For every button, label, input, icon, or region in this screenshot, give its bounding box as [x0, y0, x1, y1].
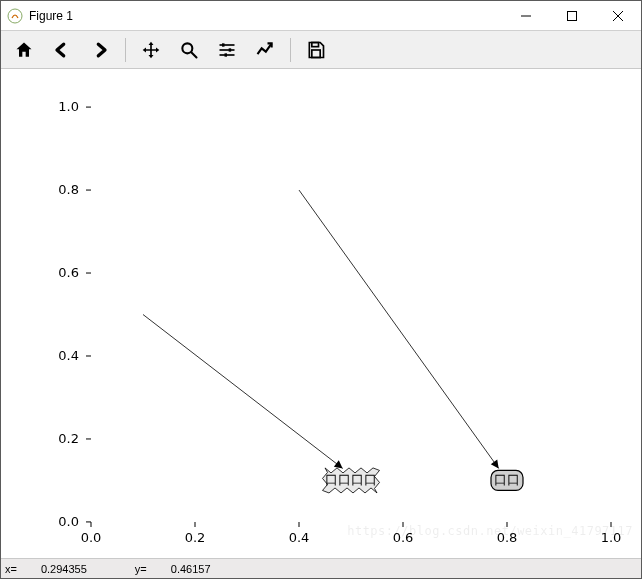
edit-axis-button[interactable] [247, 34, 283, 66]
svg-text:0.0: 0.0 [81, 530, 102, 545]
svg-rect-2 [568, 11, 577, 20]
svg-text:0.6: 0.6 [393, 530, 414, 545]
svg-rect-10 [222, 43, 225, 46]
toolbar-separator [125, 38, 126, 62]
svg-text:0.0: 0.0 [58, 514, 79, 529]
home-button[interactable] [6, 34, 42, 66]
svg-text:1.0: 1.0 [58, 99, 79, 114]
svg-rect-11 [229, 48, 232, 51]
status-x: x=0.294355 [5, 563, 111, 575]
window-title: Figure 1 [29, 9, 503, 23]
svg-line-6 [192, 52, 197, 57]
plot-canvas[interactable]: 0.00.20.40.60.81.00.00.20.40.60.81.0口口口口… [1, 69, 641, 558]
svg-rect-12 [225, 53, 228, 56]
svg-rect-14 [312, 50, 320, 58]
save-button[interactable] [298, 34, 334, 66]
close-button[interactable] [595, 1, 641, 30]
configure-button[interactable] [209, 34, 245, 66]
maximize-button[interactable] [549, 1, 595, 30]
svg-marker-45 [491, 460, 499, 469]
svg-line-44 [299, 190, 499, 468]
svg-text:0.8: 0.8 [58, 182, 79, 197]
zoom-button[interactable] [171, 34, 207, 66]
window-controls [503, 1, 641, 30]
svg-text:1.0: 1.0 [601, 530, 622, 545]
svg-text:口口口口: 口口口口 [325, 472, 377, 487]
pan-button[interactable] [133, 34, 169, 66]
svg-text:0.4: 0.4 [58, 348, 79, 363]
svg-text:0.4: 0.4 [289, 530, 310, 545]
svg-point-0 [8, 9, 22, 23]
svg-line-40 [143, 315, 343, 469]
status-y: y=0.46157 [135, 563, 235, 575]
title-bar: Figure 1 [1, 1, 641, 31]
svg-text:0.2: 0.2 [58, 431, 79, 446]
app-icon [7, 8, 23, 24]
toolbar [1, 31, 641, 69]
forward-button[interactable] [82, 34, 118, 66]
back-button[interactable] [44, 34, 80, 66]
status-bar: x=0.294355 y=0.46157 [1, 558, 641, 578]
svg-rect-13 [312, 42, 319, 46]
svg-text:0.2: 0.2 [185, 530, 206, 545]
svg-text:口口: 口口 [494, 472, 520, 487]
svg-text:0.6: 0.6 [58, 265, 79, 280]
minimize-button[interactable] [503, 1, 549, 30]
svg-marker-41 [334, 460, 343, 468]
toolbar-separator [290, 38, 291, 62]
svg-text:0.8: 0.8 [497, 530, 518, 545]
